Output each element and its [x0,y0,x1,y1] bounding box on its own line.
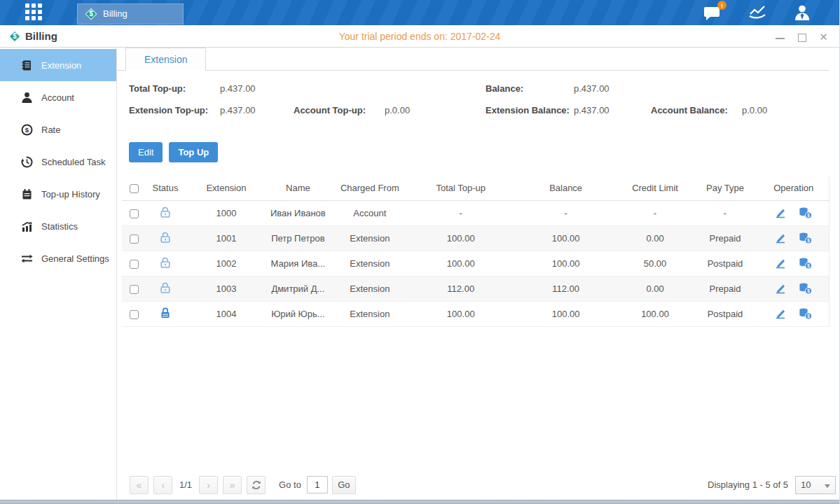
table-row: 1002 Мария Ива... Extension 100.00 100.0… [122,251,829,276]
topup-row-icon[interactable]: $ [798,282,813,295]
row-checkbox[interactable] [130,260,139,269]
sidebar-item-statistics[interactable]: Statistics [0,210,116,242]
taskbar-tab-billing[interactable]: $ Billing [77,4,184,24]
goto-label: Go to [279,479,301,490]
svg-text:$: $ [807,288,810,294]
edit-row-icon[interactable] [774,206,787,219]
topup-row-icon[interactable]: $ [798,232,813,244]
edit-row-icon[interactable] [774,307,787,320]
row-checkbox[interactable] [130,310,139,319]
table-row: 1001 Петр Петров Extension 100.00 100.00… [122,225,829,251]
main-area: Extension Account $ Rate [0,48,839,500]
header-total-topup: Total Top-up [408,176,514,200]
table-header-row: Status Extension Name Charged From Total… [122,176,829,200]
window-titlebar: $ Billing Your trial period ends on: 201… [0,25,839,48]
header-pay-type: Pay Type [692,176,759,200]
topup-button[interactable]: Top Up [169,142,218,162]
minimize-icon[interactable] [776,32,785,41]
sidebar-item-scheduled-task[interactable]: Scheduled Task [0,146,116,178]
refresh-button[interactable] [247,476,266,494]
billing-diamond-icon: $ [85,8,97,20]
cell-balance: 100.00 [514,225,619,251]
select-all-checkbox[interactable] [130,184,139,193]
sidebar-item-account[interactable]: Account [0,81,116,113]
unlocked-icon [159,231,172,244]
cell-total-topup: 100.00 [408,251,514,276]
tab-extension[interactable]: Extension [125,48,206,71]
dollar-circle-icon: $ [21,124,33,136]
edit-row-icon[interactable] [774,257,787,270]
unlocked-icon [159,256,172,269]
unlocked-icon [159,281,172,294]
topup-row-icon[interactable]: $ [798,206,813,219]
first-page-button[interactable]: « [130,476,149,494]
summary-row-2: Extension Top-up: p.437.00 Account Top-u… [117,99,829,121]
sidebar-item-label: Top-up History [41,189,100,200]
sidebar-item-label: General Settings [41,253,109,264]
extension-topup-label: Extension Top-up: [129,105,208,115]
row-checkbox[interactable] [130,209,139,218]
content-area: Extension Total Top-up: p.437.00 Balance… [117,48,839,500]
last-page-button[interactable]: » [223,476,242,494]
extension-table: Status Extension Name Charged From Total… [122,176,829,327]
go-button[interactable]: Go [332,476,356,494]
sidebar: Extension Account $ Rate [0,48,117,500]
table-row: 1004 Юрий Юрь... Extension 100.00 100.00… [122,301,829,326]
displaying-text: Displaying 1 - 5 of 5 [708,479,788,490]
header-credit-limit: Credit Limit [619,176,692,200]
messages-icon[interactable]: ! [703,4,722,21]
next-page-button[interactable]: › [199,476,218,494]
sidebar-item-rate[interactable]: $ Rate [0,113,116,146]
window-title: Billing [25,30,57,42]
edit-row-icon[interactable] [774,232,787,244]
extension-balance-value: p.437.00 [574,105,610,115]
svg-text:$: $ [807,238,810,244]
user-account-icon[interactable] [793,4,811,21]
cell-name: Дмитрий Д... [265,276,331,301]
cell-pay-type: Postpaid [692,251,759,276]
row-checkbox[interactable] [130,285,139,294]
history-clock-icon [21,156,33,168]
close-icon[interactable]: ✕ [819,32,828,41]
cell-extension: 1004 [188,301,265,326]
svg-text:$: $ [807,314,810,319]
prev-page-button[interactable]: ‹ [153,476,172,494]
topup-row-icon[interactable]: $ [798,307,813,320]
cell-credit-limit: 50.00 [619,251,692,276]
unlocked-icon [159,206,172,218]
total-topup-label: Total Top-up: [129,83,186,94]
tab-strip: Extension [117,48,829,71]
sidebar-item-general-settings[interactable]: General Settings [0,242,116,274]
cell-total-topup: 100.00 [408,301,514,326]
table-row: 1000 Иван Иванов Account - - - - $ [122,200,829,225]
locked-icon [159,307,172,319]
table-row: 1003 Дмитрий Д... Extension 112.00 112.0… [122,276,829,301]
edit-row-icon[interactable] [774,282,787,295]
topup-row-icon[interactable]: $ [798,257,813,270]
account-topup-label: Account Top-up: [294,105,366,115]
edit-button[interactable]: Edit [129,142,163,162]
page-size-select[interactable]: 10 [795,476,836,494]
sidebar-item-extension[interactable]: Extension [0,49,116,81]
maximize-icon[interactable] [797,32,806,41]
row-checkbox[interactable] [130,234,139,244]
account-balance-label: Account Balance: [651,105,728,115]
cell-charged-from: Extension [331,301,408,326]
window-controls: ✕ [776,25,828,48]
notification-badge: ! [717,1,727,10]
statistics-chart-icon[interactable] [748,4,766,21]
billing-diamond-icon: $ [8,30,21,43]
cell-balance: 100.00 [514,251,619,276]
cell-balance: 112.00 [514,276,619,301]
trial-notice: Your trial period ends on: 2017-02-24 [0,31,839,42]
account-topup-value: p.0.00 [385,105,410,115]
extension-panel: Extension Total Top-up: p.437.00 Balance… [117,48,829,327]
goto-page-input[interactable] [307,476,328,493]
cell-charged-from: Extension [331,276,408,301]
cell-charged-from: Account [331,200,408,225]
svg-text:$: $ [807,263,810,269]
sidebar-item-topup-history[interactable]: Top-up History [0,178,116,210]
app-launcher-icon[interactable] [25,4,45,22]
cell-credit-limit: - [619,200,692,225]
account-balance-value: p.0.00 [742,105,767,115]
